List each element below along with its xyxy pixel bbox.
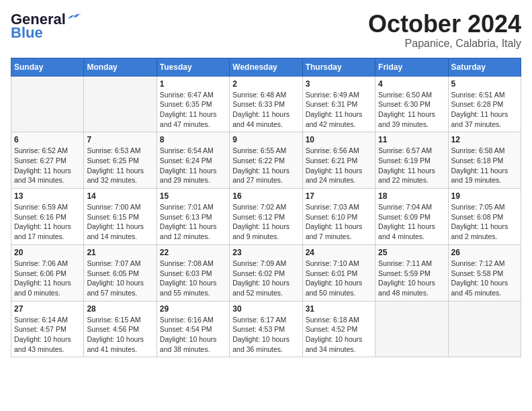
weekday-header: Thursday — [302, 58, 375, 76]
calendar-cell: 29Sunrise: 6:16 AM Sunset: 4:54 PM Dayli… — [157, 301, 229, 357]
day-number: 23 — [232, 248, 299, 257]
calendar-cell: 16Sunrise: 7:02 AM Sunset: 6:12 PM Dayli… — [230, 189, 302, 245]
calendar-cell — [84, 76, 157, 132]
day-number: 26 — [451, 248, 518, 257]
calendar-week-row: 27Sunrise: 6:14 AM Sunset: 4:57 PM Dayli… — [11, 301, 521, 357]
calendar-week-row: 6Sunrise: 6:52 AM Sunset: 6:27 PM Daylig… — [11, 132, 521, 189]
calendar-week-row: 13Sunrise: 6:59 AM Sunset: 6:16 PM Dayli… — [11, 189, 521, 245]
calendar-cell: 14Sunrise: 7:00 AM Sunset: 6:15 PM Dayli… — [84, 189, 157, 245]
day-number: 4 — [378, 79, 445, 89]
day-detail: Sunrise: 7:09 AM Sunset: 6:02 PM Dayligh… — [232, 259, 299, 298]
calendar-week-row: 1Sunrise: 6:47 AM Sunset: 6:35 PM Daylig… — [11, 76, 521, 132]
calendar-cell: 28Sunrise: 6:15 AM Sunset: 4:56 PM Dayli… — [84, 301, 157, 357]
day-number: 29 — [160, 304, 226, 314]
day-number: 25 — [378, 248, 445, 257]
day-detail: Sunrise: 6:55 AM Sunset: 6:22 PM Dayligh… — [232, 146, 299, 185]
day-number: 16 — [232, 191, 299, 201]
day-number: 27 — [14, 304, 81, 314]
day-number: 20 — [14, 248, 81, 257]
calendar-cell — [375, 301, 448, 357]
day-detail: Sunrise: 6:17 AM Sunset: 4:53 PM Dayligh… — [232, 315, 299, 355]
day-number: 17 — [306, 191, 372, 201]
calendar-cell: 10Sunrise: 6:56 AM Sunset: 6:21 PM Dayli… — [302, 132, 375, 189]
day-detail: Sunrise: 7:03 AM Sunset: 6:10 PM Dayligh… — [306, 202, 372, 242]
day-detail: Sunrise: 6:15 AM Sunset: 4:56 PM Dayligh… — [87, 315, 153, 355]
day-number: 11 — [378, 135, 445, 144]
day-number: 30 — [232, 304, 299, 314]
day-number: 8 — [160, 135, 226, 144]
calendar-cell: 26Sunrise: 7:12 AM Sunset: 5:58 PM Dayli… — [448, 244, 521, 301]
weekday-header: Monday — [84, 58, 157, 76]
day-detail: Sunrise: 6:56 AM Sunset: 6:21 PM Dayligh… — [306, 146, 372, 185]
day-detail: Sunrise: 7:00 AM Sunset: 6:15 PM Dayligh… — [87, 202, 153, 242]
weekday-header: Friday — [375, 58, 448, 76]
weekday-header: Sunday — [11, 58, 84, 76]
calendar-cell — [448, 301, 521, 357]
day-detail: Sunrise: 7:02 AM Sunset: 6:12 PM Dayligh… — [232, 202, 299, 242]
calendar-cell: 15Sunrise: 7:01 AM Sunset: 6:13 PM Dayli… — [157, 189, 229, 245]
day-number: 13 — [14, 191, 81, 201]
day-detail: Sunrise: 6:51 AM Sunset: 6:28 PM Dayligh… — [451, 90, 518, 130]
calendar-cell: 25Sunrise: 7:11 AM Sunset: 5:59 PM Dayli… — [375, 244, 448, 301]
day-number: 14 — [87, 191, 153, 201]
day-detail: Sunrise: 7:04 AM Sunset: 6:09 PM Dayligh… — [378, 202, 445, 242]
day-detail: Sunrise: 7:12 AM Sunset: 5:58 PM Dayligh… — [451, 259, 518, 298]
logo: General Blue — [11, 11, 81, 42]
day-detail: Sunrise: 7:05 AM Sunset: 6:08 PM Dayligh… — [451, 202, 518, 242]
day-detail: Sunrise: 6:59 AM Sunset: 6:16 PM Dayligh… — [14, 202, 81, 242]
day-detail: Sunrise: 7:01 AM Sunset: 6:13 PM Dayligh… — [160, 202, 226, 242]
day-number: 5 — [451, 79, 518, 89]
calendar-cell: 22Sunrise: 7:08 AM Sunset: 6:03 PM Dayli… — [157, 244, 229, 301]
calendar-cell: 23Sunrise: 7:09 AM Sunset: 6:02 PM Dayli… — [230, 244, 302, 301]
day-detail: Sunrise: 7:11 AM Sunset: 5:59 PM Dayligh… — [378, 259, 445, 298]
day-number: 15 — [160, 191, 226, 201]
day-detail: Sunrise: 7:06 AM Sunset: 6:06 PM Dayligh… — [14, 259, 81, 298]
month-title: October 2024 — [368, 11, 521, 38]
calendar-cell: 12Sunrise: 6:58 AM Sunset: 6:18 PM Dayli… — [448, 132, 521, 189]
title-block: October 2024 Papanice, Calabria, Italy — [368, 11, 521, 50]
logo-blue: Blue — [11, 24, 43, 42]
day-number: 31 — [306, 304, 372, 314]
calendar-week-row: 20Sunrise: 7:06 AM Sunset: 6:06 PM Dayli… — [11, 244, 521, 301]
calendar-cell: 11Sunrise: 6:57 AM Sunset: 6:19 PM Dayli… — [375, 132, 448, 189]
calendar-cell: 20Sunrise: 7:06 AM Sunset: 6:06 PM Dayli… — [11, 244, 84, 301]
day-number: 1 — [160, 79, 226, 89]
day-number: 10 — [306, 135, 372, 144]
day-detail: Sunrise: 6:14 AM Sunset: 4:57 PM Dayligh… — [14, 315, 81, 355]
calendar-table: SundayMondayTuesdayWednesdayThursdayFrid… — [11, 58, 521, 358]
calendar-cell: 8Sunrise: 6:54 AM Sunset: 6:24 PM Daylig… — [157, 132, 229, 189]
calendar-cell: 24Sunrise: 7:10 AM Sunset: 6:01 PM Dayli… — [302, 244, 375, 301]
calendar-cell: 6Sunrise: 6:52 AM Sunset: 6:27 PM Daylig… — [11, 132, 84, 189]
day-number: 19 — [451, 191, 518, 201]
day-detail: Sunrise: 6:16 AM Sunset: 4:54 PM Dayligh… — [160, 315, 226, 355]
page-header: General Blue October 2024 Papanice, Cala… — [11, 11, 521, 50]
day-detail: Sunrise: 6:57 AM Sunset: 6:19 PM Dayligh… — [378, 146, 445, 185]
location-subtitle: Papanice, Calabria, Italy — [368, 38, 521, 50]
day-number: 24 — [306, 248, 372, 257]
calendar-cell: 2Sunrise: 6:48 AM Sunset: 6:33 PM Daylig… — [230, 76, 302, 132]
calendar-cell: 13Sunrise: 6:59 AM Sunset: 6:16 PM Dayli… — [11, 189, 84, 245]
calendar-cell: 31Sunrise: 6:18 AM Sunset: 4:52 PM Dayli… — [302, 301, 375, 357]
calendar-cell: 3Sunrise: 6:49 AM Sunset: 6:31 PM Daylig… — [302, 76, 375, 132]
day-detail: Sunrise: 6:47 AM Sunset: 6:35 PM Dayligh… — [160, 90, 226, 130]
day-number: 9 — [232, 135, 299, 144]
day-number: 2 — [232, 79, 299, 89]
day-detail: Sunrise: 6:48 AM Sunset: 6:33 PM Dayligh… — [232, 90, 299, 130]
day-number: 18 — [378, 191, 445, 201]
day-detail: Sunrise: 7:07 AM Sunset: 6:05 PM Dayligh… — [87, 259, 153, 298]
calendar-cell: 5Sunrise: 6:51 AM Sunset: 6:28 PM Daylig… — [448, 76, 521, 132]
calendar-cell: 27Sunrise: 6:14 AM Sunset: 4:57 PM Dayli… — [11, 301, 84, 357]
day-detail: Sunrise: 6:52 AM Sunset: 6:27 PM Dayligh… — [14, 146, 81, 185]
day-number: 28 — [87, 304, 153, 314]
logo-bird-icon — [66, 12, 81, 23]
day-detail: Sunrise: 6:49 AM Sunset: 6:31 PM Dayligh… — [306, 90, 372, 130]
calendar-cell: 19Sunrise: 7:05 AM Sunset: 6:08 PM Dayli… — [448, 189, 521, 245]
day-detail: Sunrise: 6:18 AM Sunset: 4:52 PM Dayligh… — [306, 315, 372, 355]
calendar-cell: 18Sunrise: 7:04 AM Sunset: 6:09 PM Dayli… — [375, 189, 448, 245]
calendar-cell: 21Sunrise: 7:07 AM Sunset: 6:05 PM Dayli… — [84, 244, 157, 301]
day-number: 21 — [87, 248, 153, 257]
day-detail: Sunrise: 7:08 AM Sunset: 6:03 PM Dayligh… — [160, 259, 226, 298]
weekday-header-row: SundayMondayTuesdayWednesdayThursdayFrid… — [11, 58, 521, 76]
calendar-cell: 9Sunrise: 6:55 AM Sunset: 6:22 PM Daylig… — [230, 132, 302, 189]
weekday-header: Wednesday — [230, 58, 302, 76]
